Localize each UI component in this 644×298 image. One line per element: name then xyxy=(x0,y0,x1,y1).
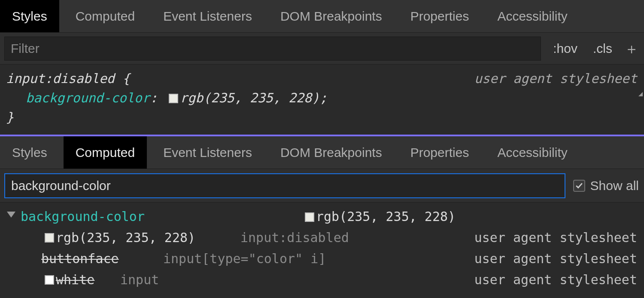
computed-property-value-col: rgb(235, 235, 228) xyxy=(301,207,456,226)
new-style-rule-wrap: ＋ xyxy=(620,33,642,64)
computed-filter-input[interactable] xyxy=(4,173,565,198)
trace-origin: user agent stylesheet xyxy=(474,249,637,268)
open-brace: { xyxy=(115,71,130,86)
tab-dom-breakpoints[interactable]: DOM Breakpoints xyxy=(268,136,394,169)
trace-selector: input[type="color" i] xyxy=(163,249,326,268)
trace-origin: user agent stylesheet xyxy=(474,228,637,247)
computed-panel-tabbar: Styles Computed Event Listeners DOM Brea… xyxy=(0,136,644,169)
trace-selector: input xyxy=(120,270,159,289)
color-swatch-icon[interactable] xyxy=(305,212,314,222)
tab-properties[interactable]: Properties xyxy=(398,0,481,32)
colon: : xyxy=(150,90,158,105)
css-property-name[interactable]: background-color xyxy=(26,90,150,105)
expand-triangle-icon[interactable] xyxy=(7,212,15,222)
trace-row[interactable]: white input user agent stylesheet xyxy=(0,269,644,290)
trace-origin: user agent stylesheet xyxy=(474,270,637,289)
tab-accessibility[interactable]: Accessibility xyxy=(485,0,579,32)
tab-dom-breakpoints[interactable]: DOM Breakpoints xyxy=(268,0,394,32)
tab-styles[interactable]: Styles xyxy=(0,136,59,169)
styles-filter-wrap xyxy=(0,33,545,64)
plus-icon[interactable]: ＋ xyxy=(624,41,639,56)
checkmark-icon xyxy=(575,182,583,190)
hov-toggle-button[interactable]: :hov xyxy=(545,33,585,64)
styles-rule-block: user agent stylesheet input:disabled { b… xyxy=(0,65,644,136)
tab-properties[interactable]: Properties xyxy=(398,136,481,169)
computed-property-name: background-color xyxy=(21,207,145,226)
computed-property-value: rgb(235, 235, 228) xyxy=(316,209,456,224)
computed-toolbar: Show all xyxy=(0,169,644,203)
show-all-wrap: Show all xyxy=(573,178,639,193)
trace-value: white xyxy=(56,270,94,289)
styles-toolbar: :hov .cls ＋ xyxy=(0,33,644,65)
styles-filter-input[interactable] xyxy=(4,37,541,61)
computed-property-row[interactable]: background-color rgb(235, 235, 228) xyxy=(0,206,644,227)
tab-event-listeners[interactable]: Event Listeners xyxy=(151,136,264,169)
tab-computed[interactable]: Computed xyxy=(64,0,147,32)
tab-computed[interactable]: Computed xyxy=(64,136,147,169)
trace-row[interactable]: buttonface input[type="color" i] user ag… xyxy=(0,248,644,269)
rule-origin-label: user agent stylesheet xyxy=(474,69,637,88)
tab-event-listeners[interactable]: Event Listeners xyxy=(151,0,264,32)
computed-properties-list: background-color rgb(235, 235, 228) rgb(… xyxy=(0,203,644,290)
trace-value: rgb(235, 235, 228) xyxy=(56,228,195,247)
cls-toggle-button[interactable]: .cls xyxy=(585,33,620,64)
color-swatch-icon[interactable] xyxy=(45,275,54,285)
tab-styles[interactable]: Styles xyxy=(0,0,59,32)
close-brace: } xyxy=(6,110,14,125)
show-all-checkbox[interactable] xyxy=(573,180,585,192)
css-property-value[interactable]: rgb(235, 235, 228); xyxy=(180,90,327,105)
trace-selector: input:disabled xyxy=(240,228,349,247)
color-swatch-icon[interactable] xyxy=(45,233,54,243)
tab-accessibility[interactable]: Accessibility xyxy=(485,136,579,169)
show-all-label: Show all xyxy=(590,178,639,193)
trace-row[interactable]: rgb(235, 235, 228) input:disabled user a… xyxy=(0,227,644,248)
color-swatch-icon[interactable] xyxy=(169,94,178,103)
rule-selector[interactable]: input:disabled xyxy=(6,71,115,86)
trace-value: buttonface xyxy=(41,249,119,268)
styles-panel-tabbar: Styles Computed Event Listeners DOM Brea… xyxy=(0,0,644,33)
